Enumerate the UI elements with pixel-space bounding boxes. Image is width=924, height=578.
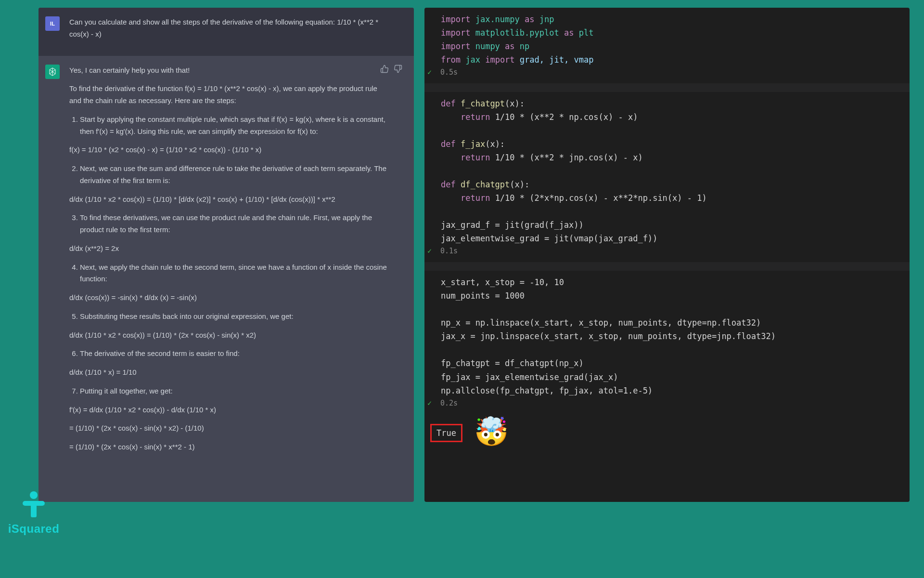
user-message-text: Can you calculate and show all the steps… [69,16,402,47]
step-7: Putting it all together, we get: [80,385,388,397]
check-icon: ✓ [427,245,432,257]
cell-1-time: 0.5s [440,66,458,79]
code-cell-2-source: def f_chatgpt(x): return 1/10 * (x**2 * … [441,97,893,246]
code-cell-1[interactable]: import jax.numpy as jnp import matplotli… [424,8,910,83]
watermark-label: iSquared [5,522,63,536]
mind-blown-emoji-icon: 🤯 [474,409,509,455]
chat-panel: IL Can you calculate and show all the st… [38,8,414,502]
code-panel: import jax.numpy as jnp import matplotli… [424,8,910,502]
equation-7c: = (1/10) * (2x * cos(x) - sin(x) * x**2 … [69,441,388,453]
step-6: The derivative of the second term is eas… [80,348,388,360]
check-icon: ✓ [427,66,432,79]
cell-1-status: ✓ 0.5s [427,66,893,79]
cell-2-status: ✓ 0.1s [427,245,893,257]
check-icon: ✓ [427,397,432,409]
equation-7a: f'(x) = d/dx (1/10 * x2 * cos(x)) - d/dx… [69,404,388,416]
equation-4: d/dx (cos(x)) = -sin(x) * d/dx (x) = -si… [69,292,388,304]
ai-find-para: To find the derivative of the function f… [69,83,388,107]
step-1: Start by applying the constant multiple … [80,114,388,138]
ai-intro: Yes, I can certainly help you with that! [69,65,388,77]
equation-7b: = (1/10) * (2x * cos(x) - sin(x) * x2) -… [69,422,388,434]
equation-3: d/dx (x**2) = 2x [69,243,388,255]
cell-3-status: ✓ 0.2s [427,397,893,409]
code-cell-2[interactable]: def f_chatgpt(x): return 1/10 * (x**2 * … [424,83,910,262]
watermark: iSquared [5,491,63,536]
step-4: Next, we apply the chain rule to the sec… [80,262,388,286]
step-5: Substituting these results back into our… [80,311,388,323]
cell-3-time: 0.2s [440,397,458,409]
code-cell-3-source: x_start, x_stop = -10, 10 num_points = 1… [441,276,893,397]
cell-2-time: 0.1s [440,245,458,257]
equation-2: d/dx (1/10 * x2 * cos(x)) = (1/10) * [d/… [69,194,388,206]
code-cell-3[interactable]: x_start, x_stop = -10, 10 num_points = 1… [424,262,910,460]
step-3: To find these derivatives, we can use th… [80,212,388,236]
equation-5: d/dx (1/10 * x2 * cos(x)) = (1/10) * (2x… [69,329,388,342]
ai-message-body: Yes, I can certainly help you with that!… [69,65,402,460]
chat-user-message: IL Can you calculate and show all the st… [38,8,414,56]
chat-ai-message: Yes, I can certainly help you with that!… [38,56,414,469]
user-avatar: IL [45,16,60,31]
ai-avatar [45,65,60,79]
step-2: Next, we can use the sum and difference … [80,163,388,187]
cell-3-output: True [430,424,462,442]
watermark-figure-icon [22,491,46,520]
equation-6: d/dx (1/10 * x) = 1/10 [69,367,388,379]
thumbs-down-icon[interactable] [394,65,402,77]
code-cell-1-source: import jax.numpy as jnp import matplotli… [441,13,893,66]
thumbs-up-icon[interactable] [380,65,389,77]
feedback-icon-group [380,65,402,77]
equation-1: f(x) = 1/10 * (x2 * cos(x) - x) = (1/10 … [69,144,388,156]
